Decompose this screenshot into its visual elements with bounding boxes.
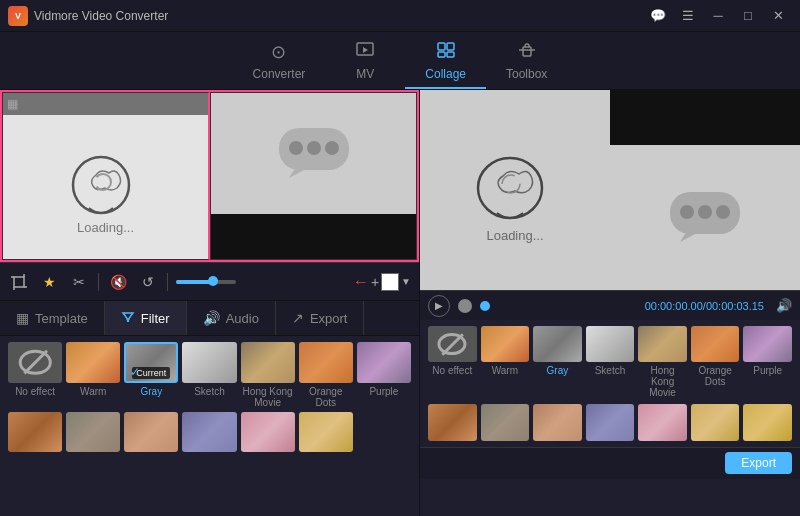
svg-rect-4 [447,52,454,57]
preview-cell-left[interactable]: Loading... [420,90,610,290]
filter-label-warm: Warm [80,386,106,397]
filter-label-noeffect: No effect [15,386,55,397]
filter-hongkong[interactable]: Hong Kong Movie [241,342,295,408]
undo-tool[interactable]: ↺ [137,271,159,293]
loading-overlay-left: Loading... [3,115,208,259]
r-filter-thumb-hongkong [638,326,687,362]
filter-row2c[interactable] [124,412,178,456]
filter-noeffect[interactable]: No effect [8,342,62,408]
time-total: 00:00:03.15 [706,300,764,312]
titlebar-left: V Vidmore Video Converter [8,6,168,26]
collage-canvas: ▦ Loading... [0,90,419,262]
filter-gray[interactable]: Current ✓ Gray [124,342,178,408]
tab-audio[interactable]: 🔊 Audio [187,301,276,335]
svg-point-12 [325,141,339,155]
r-filter-row2a[interactable] [428,404,477,440]
loading-text-preview: Loading... [486,228,543,243]
filter-row2d[interactable] [182,412,236,456]
r-filter-purple[interactable]: Purple [743,326,792,398]
loading-text-left: Loading... [77,220,134,235]
minimize-button[interactable]: ─ [704,6,732,26]
filter-orangedots[interactable]: Orange Dots [299,342,353,408]
tab-export[interactable]: ↗ Export [276,301,365,335]
filter-thumb-sketch [182,342,236,383]
nav-item-mv[interactable]: MV [325,36,405,89]
scissors-tool[interactable]: ✂ [68,271,90,293]
filter-row2e[interactable] [241,412,295,456]
volume-tool[interactable]: 🔇 [107,271,129,293]
menu-button[interactable]: ☰ [674,6,702,26]
r-filter-orangedots[interactable]: Orange Dots [691,326,740,398]
color-swatch-container: + ▼ [371,273,411,291]
r-filter-row2c[interactable] [533,404,582,440]
r-filter-hongkong[interactable]: Hong Kong Movie [638,326,687,398]
filter-sketch[interactable]: Sketch [182,342,236,408]
r-filter-thumb-row2g [743,404,792,440]
tab-template[interactable]: ▦ Template [0,301,105,335]
volume-dot [208,276,218,286]
filter-label-hongkong: Hong Kong Movie [241,386,295,408]
audio-icon: 🔊 [203,310,220,326]
r-filter-gray[interactable]: Gray [533,326,582,398]
filter-warm[interactable]: Warm [66,342,120,408]
r-filter-thumb-gray [533,326,582,362]
filter-label-gray: Gray [141,386,163,397]
volume-icon[interactable]: 🔊 [776,298,792,313]
tab-audio-label: Audio [226,311,259,326]
svg-rect-3 [438,52,445,57]
r-filter-sketch[interactable]: Sketch [586,326,635,398]
add-color-button[interactable]: + [371,274,379,290]
filter-thumb-orangedots [299,342,353,383]
color-swatch[interactable] [381,273,399,291]
svg-point-21 [680,205,694,219]
canvas-cell-left[interactable]: ▦ Loading... [2,92,210,260]
check-badge: ✓ [130,365,140,379]
nav-bar: ⊙ Converter MV Collage [0,32,800,90]
chat-button[interactable]: 💬 [644,6,672,26]
filter-thumb-row2e [241,412,295,453]
export-button[interactable]: Export [725,452,792,474]
r-filter-row2d[interactable] [586,404,635,440]
toolbox-icon [518,42,536,63]
play-button[interactable]: ▶ [428,295,450,317]
close-button[interactable]: ✕ [764,6,792,26]
chevron-down-icon[interactable]: ▼ [401,276,411,287]
right-panel: Loading... ▶ [420,90,800,516]
r-filter-row2b[interactable] [481,404,530,440]
filter-row2b[interactable] [66,412,120,456]
r-filter-row2g[interactable] [743,404,792,440]
main-content: ▦ Loading... [0,90,800,516]
r-filter-thumb-purple [743,326,792,362]
r-filter-noeffect[interactable]: No effect [428,326,477,398]
filter-purple[interactable]: Purple [357,342,411,408]
preview-right-top [610,90,800,145]
filter-icon [121,310,135,327]
nav-item-converter[interactable]: ⊙ Converter [233,35,326,89]
preview-area: Loading... [420,90,800,290]
filter-row2f[interactable] [299,412,353,456]
r-filter-row2e[interactable] [638,404,687,440]
crop-tool[interactable] [8,271,30,293]
star-tool[interactable]: ★ [38,271,60,293]
filter-thumb-gray: Current ✓ [124,342,178,383]
canvas-cell-right[interactable] [210,92,417,260]
svg-point-11 [307,141,321,155]
filter-thumb-row2f [299,412,353,453]
nav-item-toolbox[interactable]: Toolbox [486,36,567,89]
volume-slider[interactable] [176,280,236,284]
r-filter-warm[interactable]: Warm [481,326,530,398]
nav-item-collage[interactable]: Collage [405,36,486,89]
tab-filter[interactable]: Filter [105,301,187,335]
maximize-button[interactable]: □ [734,6,762,26]
right-filter-row2 [420,404,800,446]
r-filter-row2f[interactable] [691,404,740,440]
toolbar-sep-2 [167,273,168,291]
titlebar-controls: 💬 ☰ ─ □ ✕ [644,6,792,26]
svg-point-18 [478,158,542,218]
editor-panel: ▦ Loading... [0,90,420,516]
canvas-toolbar: ★ ✂ 🔇 ↺ ← + ▼ [0,262,419,300]
volume-slider-container [176,280,363,284]
stop-button[interactable] [458,299,472,313]
svg-rect-5 [523,47,531,56]
filter-row2a[interactable] [8,412,62,456]
